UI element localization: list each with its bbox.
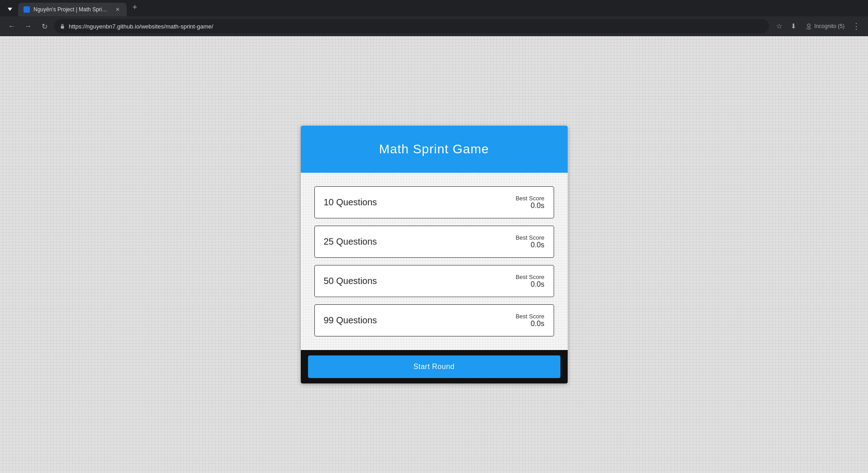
back-icon: ← [8,22,15,30]
tab-title: Nguyên's Project | Math Sprint... [33,6,110,13]
browser-chrome: Nguyên's Project | Math Sprint... ✕ + ← … [0,0,868,36]
forward-icon: → [24,22,32,30]
game-title: Math Sprint Game [310,142,559,156]
lock-icon [60,24,65,29]
active-tab[interactable]: Nguyên's Project | Math Sprint... ✕ [18,3,127,16]
incognito-icon [805,23,812,30]
forward-button[interactable]: → [22,20,34,33]
option-25-label: 25 Questions [324,236,377,247]
address-actions: ☆ ⬇ Incognito (5) ⋮ [773,20,863,33]
svg-point-4 [806,27,811,30]
bookmark-icon: ☆ [776,22,782,30]
card-body: 10 Questions Best Score 0.0s 25 Question… [301,173,568,350]
game-card: Math Sprint Game 10 Questions Best Score… [301,126,568,383]
incognito-button[interactable]: Incognito (5) [802,21,848,32]
tab-close-button[interactable]: ✕ [114,6,121,13]
option-25[interactable]: 25 Questions Best Score 0.0s [314,226,554,258]
tab-bar: Nguyên's Project | Math Sprint... ✕ + [0,0,868,16]
option-50[interactable]: 50 Questions Best Score 0.0s [314,265,554,297]
card-footer: Start Round [301,350,568,383]
reload-icon: ↻ [42,22,47,31]
option-10-score-value: 0.0s [531,202,544,209]
option-10-score-label: Best Score [516,195,545,202]
incognito-label: Incognito (5) [814,23,844,29]
download-button[interactable]: ⬇ [787,20,800,33]
option-99-score-section: Best Score 0.0s [516,313,545,328]
option-10-label: 10 Questions [324,197,377,208]
option-10-score-section: Best Score 0.0s [516,195,545,210]
back-button[interactable]: ← [5,20,18,33]
option-99[interactable]: 99 Questions Best Score 0.0s [314,304,554,336]
url-input[interactable] [69,23,764,30]
address-bar: ← → ↻ ☆ ⬇ [0,16,868,36]
start-round-button[interactable]: Start Round [308,355,560,378]
svg-point-3 [808,24,810,26]
menu-icon: ⋮ [852,21,860,31]
browser-menu-button[interactable]: ⋮ [850,20,863,33]
option-50-score-value: 0.0s [531,280,544,288]
new-tab-button[interactable]: + [128,1,141,14]
card-header: Math Sprint Game [301,126,568,173]
address-input-wrap [54,19,769,33]
option-10[interactable]: 10 Questions Best Score 0.0s [314,186,554,218]
option-50-score-section: Best Score 0.0s [516,274,545,289]
main-content: Math Sprint Game 10 Questions Best Score… [0,36,868,473]
option-50-label: 50 Questions [324,276,377,286]
svg-rect-1 [61,26,64,28]
tab-dropdown-btn[interactable] [4,4,16,16]
option-99-label: 99 Questions [324,315,377,326]
reload-button[interactable]: ↻ [38,20,51,33]
option-25-score-value: 0.0s [531,241,544,249]
svg-marker-0 [8,8,12,11]
option-99-score-value: 0.0s [531,320,544,327]
option-25-score-section: Best Score 0.0s [516,234,545,249]
bookmark-button[interactable]: ☆ [773,20,785,33]
option-99-score-label: Best Score [516,313,545,320]
download-icon: ⬇ [791,22,797,30]
option-50-score-label: Best Score [516,274,545,280]
option-25-score-label: Best Score [516,234,545,241]
tab-favicon [24,6,30,13]
